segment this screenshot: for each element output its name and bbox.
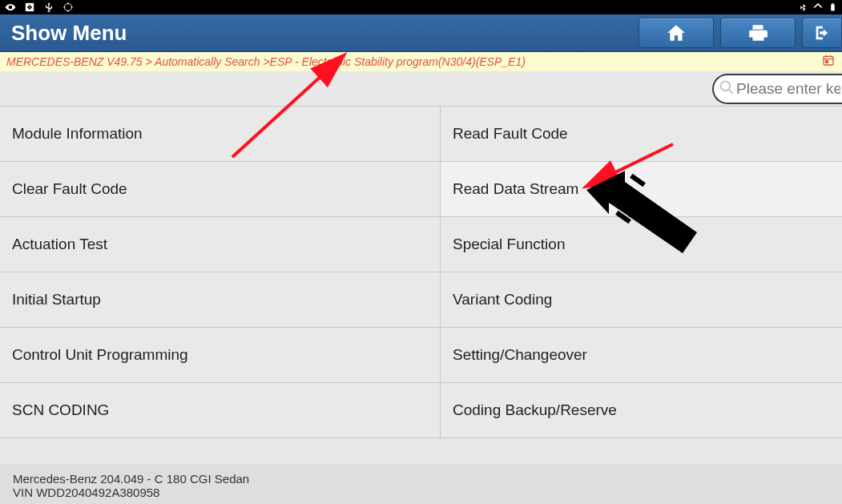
- menu-item-label: Initial Startup: [12, 291, 101, 308]
- menu-item-setting-changeover[interactable]: Setting/Changeover: [441, 328, 842, 383]
- target-icon: [62, 2, 74, 13]
- menu-item-label: Read Data Stream: [453, 180, 578, 198]
- calendar-icon[interactable]: [821, 54, 836, 70]
- menu-item-label: Clear Fault Code: [12, 180, 127, 198]
- bluetooth-icon: [799, 3, 808, 12]
- svg-rect-6: [826, 61, 828, 63]
- search-icon: [719, 79, 735, 99]
- home-icon: [666, 22, 687, 43]
- menu-item-scn-coding[interactable]: SCN CODING: [0, 383, 441, 438]
- page-title: Show Menu: [11, 21, 127, 46]
- menu-item-label: Read Fault Code: [453, 125, 568, 143]
- usb-icon: [43, 2, 54, 13]
- home-button[interactable]: [639, 18, 714, 48]
- app-header: Show Menu: [0, 14, 842, 52]
- search-row: [0, 71, 842, 107]
- wifi-icon: [812, 2, 824, 13]
- breadcrumb: MERCEDES-BENZ V49.75 > Automatically Sea…: [6, 55, 526, 68]
- menu-item-actuation-test[interactable]: Actuation Test: [0, 217, 441, 272]
- menu-item-initial-startup[interactable]: Initial Startup: [0, 272, 441, 328]
- menu-item-read-fault-code[interactable]: Read Fault Code: [441, 107, 842, 162]
- svg-rect-3: [831, 4, 835, 10]
- eye-icon: [5, 2, 16, 13]
- menu-item-label: Variant Coding: [453, 291, 552, 308]
- menu-item-module-information[interactable]: Module Information: [0, 107, 441, 162]
- svg-point-7: [721, 81, 731, 91]
- printer-icon: [747, 22, 768, 43]
- print-button[interactable]: [720, 18, 796, 48]
- exit-icon: [813, 22, 831, 43]
- exit-button[interactable]: [802, 18, 842, 48]
- search-input[interactable]: [736, 80, 840, 98]
- menu-item-read-data-stream[interactable]: Read Data Stream: [441, 162, 842, 217]
- svg-rect-4: [832, 3, 834, 4]
- menu-item-label: SCN CODING: [12, 401, 109, 419]
- header-toolbar: [639, 14, 842, 51]
- menu-item-label: Special Function: [453, 236, 565, 253]
- vehicle-vin: VIN WDD2040492A380958: [13, 486, 829, 499]
- menu-item-coding-backup-reserve[interactable]: Coding Backup/Reserve: [441, 383, 842, 438]
- menu-item-clear-fault-code[interactable]: Clear Fault Code: [0, 162, 441, 217]
- menu-item-label: Actuation Test: [12, 236, 107, 253]
- box-arrows-icon: [24, 2, 35, 13]
- menu-item-label: Module Information: [12, 125, 143, 143]
- svg-point-0: [10, 6, 11, 8]
- menu-item-label: Coding Backup/Reserve: [453, 401, 617, 419]
- search-box[interactable]: [712, 74, 842, 104]
- menu-item-control-unit-programming[interactable]: Control Unit Programming: [0, 328, 441, 383]
- battery-icon: [828, 2, 837, 13]
- breadcrumb-bar: MERCEDES-BENZ V49.75 > Automatically Sea…: [0, 52, 842, 71]
- menu-item-special-function[interactable]: Special Function: [441, 217, 842, 272]
- vehicle-info-footer: Mercedes-Benz 204.049 - C 180 CGI Sedan …: [0, 464, 842, 504]
- android-status-bar: [0, 0, 842, 14]
- menu-item-label: Control Unit Programming: [12, 346, 188, 364]
- menu-item-label: Setting/Changeover: [453, 346, 587, 364]
- menu-item-variant-coding[interactable]: Variant Coding: [441, 272, 842, 328]
- vehicle-model: Mercedes-Benz 204.049 - C 180 CGI Sedan: [13, 472, 829, 486]
- svg-point-2: [64, 3, 71, 10]
- menu-grid: Module Information Read Fault Code Clear…: [0, 107, 842, 438]
